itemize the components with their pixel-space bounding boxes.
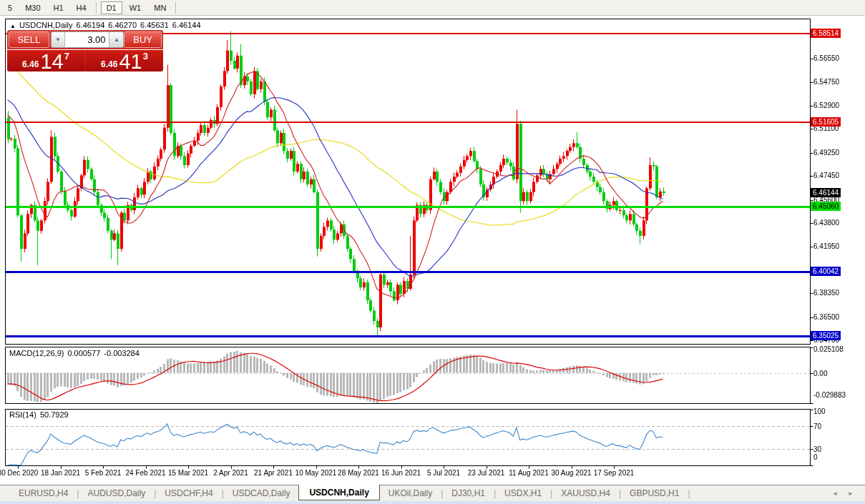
price-axis-label: 6.43800 (813, 219, 839, 227)
chart-title: USDCNH,Daily (19, 21, 73, 29)
timeframe-button-M30[interactable]: M30 (19, 1, 46, 14)
hline-price-badge: 6.45060 (811, 202, 841, 211)
macd-axis-label: 0.00 (813, 370, 827, 377)
ohlc-high: 6.46270 (108, 21, 137, 29)
price-axis-label: 6.41950 (813, 242, 839, 250)
rsi-axis-label: 30 (813, 445, 821, 453)
timeframe-button-MN[interactable]: MN (148, 1, 172, 14)
price-axis-label: 6.38350 (813, 289, 839, 297)
time-axis-label: 17 Sep 2021 (589, 469, 639, 477)
price-axis-label: 6.49250 (813, 149, 839, 157)
collapse-triangle-icon[interactable]: ▲ (10, 23, 16, 29)
buy-button[interactable]: BUY (124, 31, 162, 48)
tab-usdcnh-daily[interactable]: USDCNH,Daily (298, 485, 379, 500)
tab-dj30-h1[interactable]: DJ30,H1 (443, 486, 494, 500)
tab-usdchf-h4[interactable]: USDCHF,H4 (156, 486, 221, 500)
rsi-label: RSI(14)50.7929 (9, 410, 72, 419)
rsi-axis-label: 70 (813, 423, 821, 430)
tab-scroll-right-icon[interactable]: ► (848, 490, 854, 497)
rsi-value: 50.7929 (40, 410, 69, 419)
sell-price-big: 14 (40, 52, 63, 71)
volume-input[interactable] (65, 32, 109, 47)
macd-value-main: 0.000577 (67, 349, 100, 357)
hline-price-badge: 6.35025 (811, 331, 841, 340)
timeframe-button-D1[interactable]: D1 (101, 1, 122, 14)
rsi-name: RSI(14) (9, 410, 36, 419)
macd-value-signal: -0.003284 (104, 349, 140, 357)
buy-price-sup: 3 (143, 51, 148, 61)
ohlc-close: 6.46144 (172, 21, 201, 29)
volume-stepper: ▼ ▲ (51, 31, 124, 48)
buy-price-display[interactable]: 6.46 41 3 (86, 50, 163, 71)
macd-name: MACD(12,26,9) (9, 349, 64, 357)
rsi-axis-label: 100 (813, 407, 826, 415)
volume-decrease-button[interactable]: ▼ (52, 32, 66, 47)
tab-usdcad-daily[interactable]: USDCAD,Daily (224, 486, 299, 500)
tab-scroll-buttons: ◄► (832, 490, 865, 497)
tab-usdx-h1[interactable]: USDX,H1 (496, 486, 550, 500)
tab-eurusd-h4[interactable]: EURUSD,H4 (10, 486, 77, 500)
one-click-trading-panel: SELL ▼ ▲ BUY 6.46 14 7 6.46 41 3 (7, 30, 163, 71)
chart-tab-bar: EURUSD,H4|AUDUSD,Daily|USDCHF,H4|USDCAD,… (0, 485, 865, 501)
status-strip (0, 501, 865, 504)
buy-price-big: 41 (119, 52, 142, 71)
price-axis-label: 6.54750 (813, 78, 839, 86)
tab-ukoil-daily[interactable]: UKOil,Daily (380, 486, 441, 500)
tab-gbpusd-h1[interactable]: GBPUSD,H1 (621, 486, 688, 500)
price-axis-label: 6.36500 (813, 313, 839, 321)
tab-separator: | (688, 488, 690, 498)
tab-scroll-left-icon[interactable]: ◄ (832, 490, 838, 497)
macd-label: MACD(12,26,9)0.000577-0.003284 (9, 349, 143, 357)
chart-header: ▲USDCNH,Daily6.461946.462706.456316.4614… (10, 21, 205, 29)
sell-price-display[interactable]: 6.46 14 7 (7, 50, 84, 71)
toolbar-separator (96, 2, 97, 14)
sell-price-prefix: 6.46 (22, 59, 39, 69)
tab-audusd-daily[interactable]: AUDUSD,Daily (79, 486, 154, 500)
current-price-badge: 6.46144 (811, 188, 841, 197)
timeframe-button-W1[interactable]: W1 (124, 1, 147, 14)
hline-price-badge: 6.40042 (811, 267, 841, 276)
hline-price-badge: 6.58514 (811, 29, 841, 38)
ohlc-low: 6.45631 (140, 21, 169, 29)
tab-xauusd-h4[interactable]: XAUUSD,H4 (552, 486, 619, 500)
macd-axis-label: 0.025108 (813, 345, 844, 353)
hline-price-badge: 6.51605 (811, 117, 841, 127)
price-axis-label: 6.56550 (813, 54, 839, 62)
macd-axis-label: -0.029883 (813, 391, 846, 399)
timeframe-button-H4[interactable]: H4 (71, 1, 92, 14)
timeframe-button-H1[interactable]: H1 (48, 1, 69, 14)
price-axis-label: 6.47450 (813, 172, 839, 179)
toolbar-separator (175, 2, 177, 14)
sell-button[interactable]: SELL (9, 31, 49, 48)
price-axis-label: 6.52900 (813, 102, 839, 109)
timeframe-button-5[interactable]: 5 (2, 1, 18, 14)
sell-price-sup: 7 (64, 51, 69, 61)
ohlc-open: 6.46194 (76, 21, 104, 29)
rsi-axis-label: 0 (813, 453, 818, 461)
buy-price-prefix: 6.46 (101, 59, 117, 69)
chart-plot-area[interactable] (0, 0, 865, 504)
timeframe-toolbar: 5M30H1H4D1W1MN (0, 0, 865, 16)
volume-increase-button[interactable]: ▲ (109, 32, 123, 47)
